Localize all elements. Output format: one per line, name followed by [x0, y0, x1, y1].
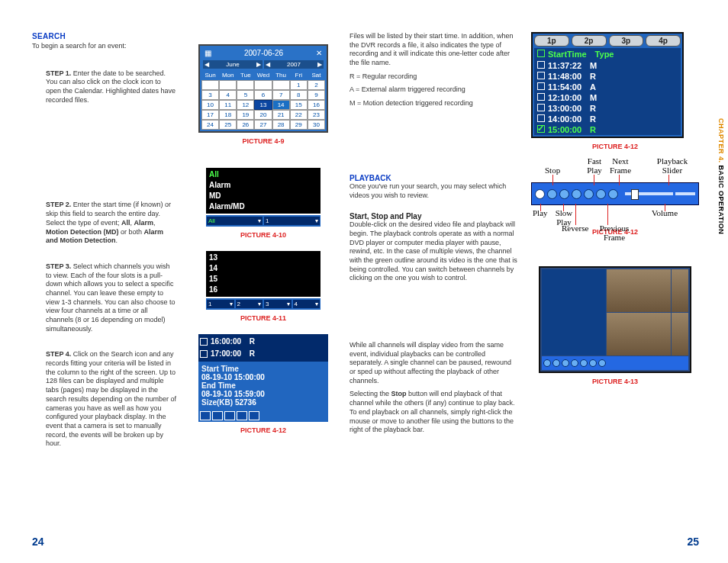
next-frame-button[interactable]	[608, 189, 618, 199]
col-search-steps: SEARCH To begin a search for an event: S…	[32, 32, 177, 453]
calendar[interactable]: ▦ 2007-06-26 ✕ ◀June▶ ◀2007▶ Sun Mon Tue…	[198, 44, 328, 133]
camera-3[interactable]	[607, 313, 671, 355]
fig-eventlist: All Alarm MD Alarm/MD All▾ 1▾ PICTURE 4-…	[191, 168, 336, 239]
step-1: STEP 1. Enter the date to be searched. Y…	[32, 69, 177, 105]
filelist-intro: Files will be listed by their start time…	[350, 32, 517, 68]
step-3-label: STEP 3.	[46, 262, 71, 270]
multi-channel-text: While all channels will display video fr…	[350, 341, 517, 385]
prev-frame-button[interactable]	[596, 189, 606, 199]
chapter-title: BASIC OPERATION	[717, 163, 725, 235]
chapter-num: CHAPTER 4.	[717, 118, 725, 163]
play-button[interactable]	[535, 189, 545, 199]
chevron-down-icon: ▾	[258, 217, 261, 224]
volume-slider[interactable]	[675, 192, 695, 195]
file-list-header: StartTime Type	[534, 48, 681, 60]
search-heading: SEARCH	[32, 32, 177, 40]
playback-diagram: Stop Fast Play Next Frame Playback Slide…	[531, 161, 699, 224]
step-3-text: Select which channels you wish to view. …	[46, 262, 176, 333]
lbl-slider: Playback Slider	[653, 156, 691, 175]
chapter-tab: CHAPTER 4. BASIC OPERATION	[717, 118, 725, 234]
slot-3[interactable]: 3▾	[264, 300, 292, 308]
file-list[interactable]: 1p 2p 3p 4p StartTime Type 11:37:22 M 11…	[531, 32, 684, 138]
col-playback-figs: 1p 2p 3p 4p StartTime Type 11:37:22 M 11…	[531, 32, 699, 453]
tab-3p[interactable]: 3p	[609, 35, 644, 47]
playback-slider[interactable]	[625, 192, 673, 195]
step-1-label: STEP 1.	[46, 69, 71, 77]
calendar-title: 2007-06-26	[244, 49, 283, 57]
file-row[interactable]: 11:54:00 A	[534, 82, 681, 92]
stop-text: Selecting the Stop button will end playb…	[350, 390, 517, 434]
stop-button[interactable]	[547, 189, 557, 199]
page-number-right: 25	[687, 536, 699, 548]
file-row[interactable]: 13:00:00 R	[534, 103, 681, 114]
event-all-dropdown[interactable]: All▾	[207, 217, 263, 225]
result-list[interactable]: 16:00:00 R 17:00:00 R	[198, 334, 328, 362]
camera-grid[interactable]	[539, 266, 691, 373]
file-row[interactable]: 11:48:00 R	[534, 71, 681, 82]
file-row[interactable]: 11:37:22 M	[534, 60, 681, 71]
camera-playback-bar[interactable]	[542, 356, 688, 370]
camera-4[interactable]	[672, 313, 688, 355]
tab-1p[interactable]: 1p	[534, 35, 569, 47]
fig-result: 16:00:00 R 17:00:00 R Start Time 08-19-1…	[191, 334, 336, 434]
slow-button[interactable]	[559, 189, 569, 199]
step-2-label: STEP 2.	[46, 201, 71, 208]
col-figures: ▦ 2007-06-26 ✕ ◀June▶ ◀2007▶ Sun Mon Tue…	[191, 32, 336, 453]
slot-1[interactable]: 1▾	[207, 300, 234, 308]
slot-2[interactable]: 2▾	[236, 300, 263, 308]
code-r: R = Regular recording	[350, 72, 517, 82]
code-a: A = External alarm triggered recording	[350, 85, 517, 95]
col-playback-text: Files will be listed by their start time…	[350, 32, 517, 453]
ssp-heading: Start, Stop and Play	[350, 212, 517, 220]
code-m: M = Motion detection triggered recording	[350, 99, 517, 108]
ssp-text: Double-click on the desired video file a…	[350, 220, 517, 283]
caption-4-12b: PICTURE 4-12	[531, 143, 699, 150]
caption-4-9: PICTURE 4-9	[242, 137, 284, 145]
step-4: STEP 4. Click on the Search icon and any…	[32, 350, 177, 449]
caption-4-11: PICTURE 4-11	[240, 314, 286, 322]
slot-4[interactable]: 4▾	[293, 300, 321, 308]
caption-4-10: PICTURE 4-10	[240, 231, 286, 239]
result-info: Start Time 08-19-10 15:00:00 End Time 08…	[198, 362, 328, 410]
channel-list[interactable]: 13 14 15 16	[206, 251, 321, 297]
camera-sidebar[interactable]	[542, 269, 606, 355]
page-number-left: 24	[32, 536, 44, 548]
close-icon[interactable]: ✕	[316, 49, 322, 57]
tab-2p[interactable]: 2p	[572, 35, 607, 47]
fig-chanlist: 13 14 15 16 1▾ 2▾ 3▾ 4▾ PICTURE 4-11	[191, 251, 336, 322]
playback-heading: PLAYBACK	[350, 174, 517, 182]
lbl-stop: Stop	[545, 166, 560, 175]
file-row[interactable]: 14:00:00 R	[534, 114, 681, 124]
lbl-next: Next Frame	[607, 156, 633, 175]
camera-1[interactable]	[607, 269, 671, 312]
camera-2[interactable]	[672, 269, 688, 312]
lbl-fast: Fast Play	[585, 156, 604, 175]
file-row[interactable]: 12:10:00 M	[534, 92, 681, 103]
step-4-label: STEP 4.	[46, 350, 71, 358]
reverse-button[interactable]	[572, 189, 581, 199]
result-toolbar[interactable]	[198, 410, 328, 422]
playback-bar[interactable]	[531, 182, 699, 205]
caption-4-13: PICTURE 4-13	[592, 378, 638, 385]
step-3: STEP 3. Select which channels you wish t…	[32, 262, 177, 334]
search-intro: To begin a search for an event:	[32, 42, 177, 51]
event-type-list[interactable]: All Alarm MD Alarm/MD	[206, 168, 321, 214]
step-4-text: Click on the Search icon and any records…	[46, 350, 176, 447]
caption-4-12a: PICTURE 4-12	[240, 426, 286, 434]
fast-button[interactable]	[584, 189, 594, 199]
playback-intro: Once you've run your search, you may sel…	[350, 182, 517, 200]
file-row-selected[interactable]: 15:00:00 R	[534, 124, 681, 135]
fig-camera-grid: PICTURE 4-13	[531, 266, 699, 385]
fig-calendar: ▦ 2007-06-26 ✕ ◀June▶ ◀2007▶ Sun Mon Tue…	[191, 44, 336, 145]
tab-4p[interactable]: 4p	[646, 35, 681, 47]
event-1-dropdown[interactable]: 1▾	[264, 217, 320, 225]
lbl-prev: Previous Frame	[597, 224, 632, 242]
chevron-down-icon: ▾	[315, 217, 318, 224]
step-2: STEP 2. Enter the start time (if known) …	[32, 201, 177, 245]
